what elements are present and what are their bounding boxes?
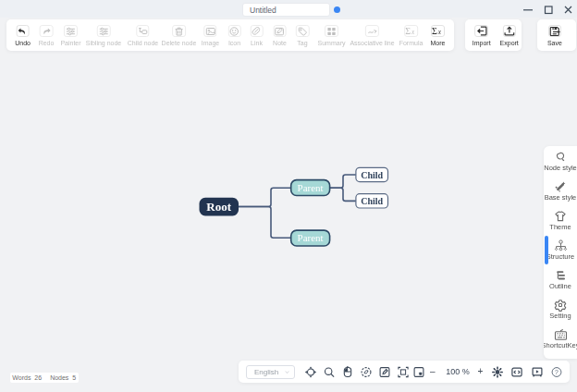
svg-text:Parent: Parent [298,182,324,193]
svg-text:Parent: Parent [298,232,324,243]
svg-text:Root: Root [206,200,231,214]
svg-text:Child: Child [361,196,383,206]
svg-text:Child: Child [361,170,383,180]
svg-text:?: ? [555,368,559,374]
